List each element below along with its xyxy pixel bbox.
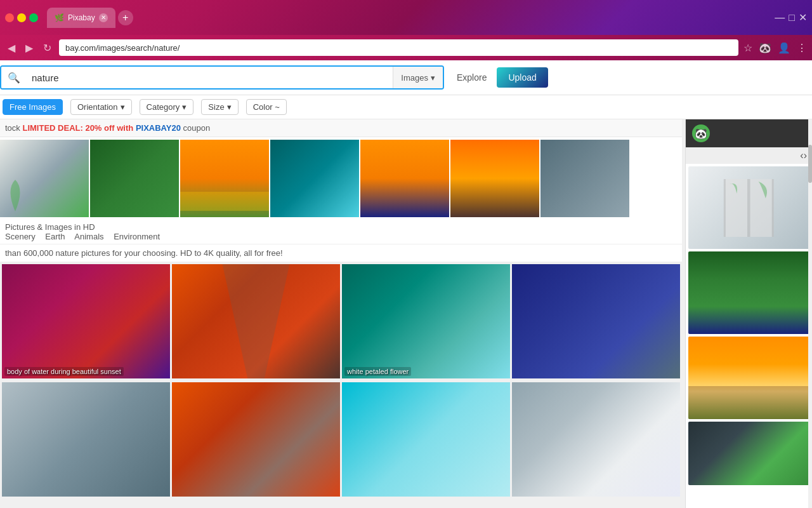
chevron-down-icon: ▾ [431, 73, 435, 83]
search-type-dropdown[interactable]: Images ▾ [393, 67, 443, 88]
stock-images-label: Pictures & Images in HD [5, 222, 95, 232]
category-animals[interactable]: Animals [74, 232, 103, 241]
side-scrollbar [808, 119, 812, 508]
strip-image-6[interactable] [450, 140, 539, 217]
description-text: than 600,000 nature pictures for your ch… [5, 248, 283, 258]
forward-btn[interactable]: ▶ [23, 39, 36, 57]
side-nav-right[interactable]: › [804, 150, 807, 161]
category-scenery[interactable]: Scenery [5, 232, 36, 241]
strip-image-3[interactable] [180, 140, 269, 217]
image-scroll-strip [0, 137, 682, 220]
deal-suffix: coupon [183, 123, 211, 133]
pixabay-header: 🔍 Images ▾ Explore Upload [0, 60, 812, 95]
grid-image-6[interactable] [172, 382, 340, 497]
filter-free-images[interactable]: Free Images [3, 99, 63, 115]
description-row: than 600,000 nature pictures for your ch… [0, 244, 682, 262]
deal-code[interactable]: PIXABAY20 [136, 123, 181, 133]
image-grid-row1: body of water during beautiful sunset wh… [0, 262, 682, 380]
strip-image-7[interactable] [540, 140, 629, 217]
image-grid-row2 [0, 380, 682, 498]
side-thumb-4[interactable] [688, 422, 809, 485]
img-caption-3: white petaled flower [344, 367, 411, 376]
filter-category[interactable]: Category ▾ [140, 99, 194, 115]
side-scroll-thumb[interactable] [808, 145, 812, 183]
close-btn[interactable] [5, 13, 14, 22]
search-row: 🔍 Images ▾ Explore Upload [0, 65, 812, 90]
browser-chrome: 🌿 Pixabay ✕ + — □ ✕ [0, 0, 812, 35]
grid-image-3[interactable]: white petaled flower [342, 264, 510, 378]
extension-icon[interactable]: 🐼 [759, 42, 771, 54]
menu-icon[interactable]: ⋮ [797, 42, 807, 54]
filter-color[interactable]: Color ~ [246, 99, 287, 115]
filter-row: Free Images Orientation ▾ Category ▾ Siz… [0, 95, 812, 119]
category-environment[interactable]: Environment [114, 232, 160, 241]
deal-prefix: tock [5, 123, 20, 133]
close-window-icon[interactable]: ✕ [799, 11, 807, 23]
minimize-btn[interactable] [17, 13, 26, 22]
upload-button[interactable]: Upload [497, 67, 547, 88]
search-icon-wrap: 🔍 [1, 67, 27, 88]
panda-icon: 🐼 [692, 124, 710, 142]
strip-image-5[interactable] [360, 140, 449, 217]
tab-close-btn[interactable]: ✕ [99, 13, 108, 22]
new-tab-btn[interactable]: + [118, 10, 133, 25]
browser-icon-group: ☆ 🐼 👤 ⋮ [743, 42, 807, 54]
address-bar-row: ◀ ▶ ↻ ☆ 🐼 👤 ⋮ [0, 35, 812, 60]
side-panel-header: 🐼 [686, 119, 812, 147]
category-label: Category [147, 102, 180, 112]
grid-image-8[interactable] [512, 382, 680, 497]
img-caption-1: body of water during beautiful sunset [4, 367, 124, 376]
svg-marker-0 [223, 264, 290, 378]
category-chevron: ▾ [182, 102, 187, 112]
side-panel-nav: ‹ › [686, 147, 812, 164]
tab-label: Pixabay [68, 13, 95, 22]
grid-image-4[interactable] [512, 264, 680, 378]
orientation-label: Orientation [77, 102, 118, 112]
grid-image-5[interactable] [2, 382, 170, 497]
address-input[interactable] [59, 39, 738, 56]
browser-controls: — □ ✕ [775, 11, 807, 23]
search-icon: 🔍 [8, 72, 20, 84]
filter-orientation[interactable]: Orientation ▾ [70, 99, 132, 115]
categories-row: Pictures & Images in HD Scenery Earth An… [0, 220, 682, 244]
tab-favicon: 🌿 [55, 13, 64, 22]
side-thumb-2[interactable] [688, 251, 809, 334]
size-chevron: ▾ [227, 102, 232, 112]
filter-size[interactable]: Size ▾ [201, 99, 238, 115]
category-earth[interactable]: Earth [45, 232, 65, 241]
tab-bar: 🌿 Pixabay ✕ + [47, 8, 771, 28]
deal-limited-text: LIMITED DEAL: 20% off with [22, 123, 133, 133]
strip-image-4[interactable] [270, 140, 359, 217]
color-label: Color ~ [253, 102, 280, 112]
back-btn[interactable]: ◀ [5, 39, 18, 57]
user-icon[interactable]: 👤 [778, 42, 790, 54]
search-box: 🔍 Images ▾ [0, 65, 444, 90]
side-thumb-3[interactable] [688, 337, 809, 419]
strip-image-1[interactable] [0, 140, 89, 217]
strip-image-2[interactable] [90, 140, 179, 217]
grid-image-2[interactable] [172, 264, 340, 378]
search-type-label: Images [401, 73, 428, 83]
orientation-chevron: ▾ [121, 102, 125, 112]
active-tab[interactable]: 🌿 Pixabay ✕ [47, 8, 115, 28]
deal-banner: tock LIMITED DEAL: 20% off with PIXABAY2… [0, 119, 682, 137]
minimize-window-icon[interactable]: — [775, 12, 785, 23]
maximize-btn[interactable] [29, 13, 38, 22]
side-thumb-1[interactable] [688, 166, 809, 249]
side-panel: 🐼 ‹ › [685, 119, 812, 508]
side-thumbnails[interactable] [686, 164, 812, 508]
size-label: Size [208, 102, 224, 112]
content-area: tock LIMITED DEAL: 20% off with PIXABAY2… [0, 119, 812, 508]
reload-btn[interactable]: ↻ [41, 39, 54, 57]
grid-image-1[interactable]: body of water during beautiful sunset [2, 264, 170, 378]
maximize-window-icon[interactable]: □ [789, 12, 795, 23]
grid-image-7[interactable] [342, 382, 510, 497]
explore-link[interactable]: Explore [457, 72, 487, 83]
full-layout: 🌿 Pixabay ✕ + — □ ✕ ◀ ▶ ↻ ☆ 🐼 👤 ⋮ [0, 0, 812, 508]
bookmark-icon[interactable]: ☆ [743, 42, 752, 54]
search-input[interactable] [27, 67, 393, 88]
